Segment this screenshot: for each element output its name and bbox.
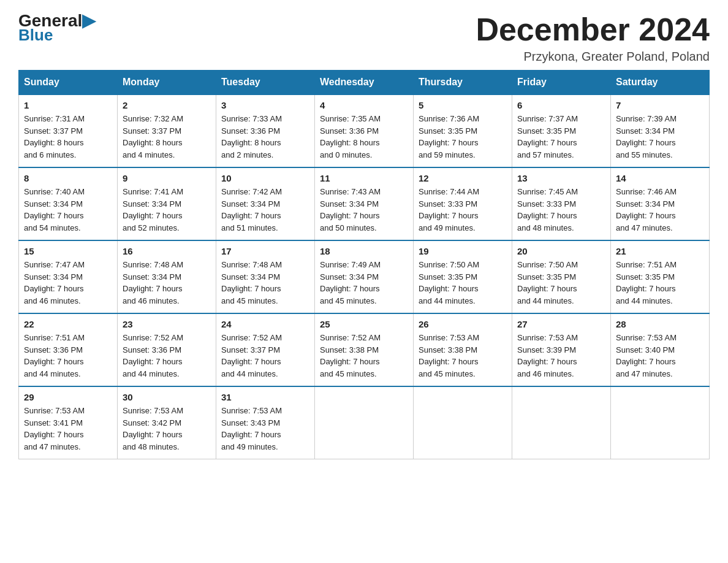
day-info: Sunrise: 7:45 AMSunset: 3:33 PMDaylight:… (517, 186, 605, 234)
day-info: Sunrise: 7:43 AMSunset: 3:34 PMDaylight:… (320, 186, 408, 234)
header-sunday: Sunday (19, 71, 118, 95)
header-wednesday: Wednesday (315, 71, 414, 95)
calendar-cell: 14Sunrise: 7:46 AMSunset: 3:34 PMDayligh… (611, 167, 710, 240)
day-number: 10 (221, 173, 309, 183)
calendar-cell: 25Sunrise: 7:52 AMSunset: 3:38 PMDayligh… (315, 313, 414, 386)
calendar-week-row: 8Sunrise: 7:40 AMSunset: 3:34 PMDaylight… (19, 167, 710, 240)
calendar-cell: 9Sunrise: 7:41 AMSunset: 3:34 PMDaylight… (118, 167, 216, 240)
day-info: Sunrise: 7:32 AMSunset: 3:37 PMDaylight:… (123, 113, 211, 161)
day-number: 6 (517, 100, 605, 110)
calendar-week-row: 22Sunrise: 7:51 AMSunset: 3:36 PMDayligh… (19, 313, 710, 386)
day-info: Sunrise: 7:52 AMSunset: 3:37 PMDaylight:… (221, 332, 309, 380)
logo: General▶ Blue (18, 12, 96, 43)
day-info: Sunrise: 7:33 AMSunset: 3:36 PMDaylight:… (221, 113, 309, 161)
day-number: 14 (616, 173, 704, 183)
day-info: Sunrise: 7:44 AMSunset: 3:33 PMDaylight:… (419, 186, 507, 234)
day-number: 26 (419, 319, 507, 329)
calendar-cell: 11Sunrise: 7:43 AMSunset: 3:34 PMDayligh… (315, 167, 414, 240)
day-number: 3 (221, 100, 309, 110)
day-info: Sunrise: 7:37 AMSunset: 3:35 PMDaylight:… (517, 113, 605, 161)
day-number: 24 (221, 319, 309, 329)
calendar-cell: 2Sunrise: 7:32 AMSunset: 3:37 PMDaylight… (118, 94, 216, 167)
calendar-cell: 23Sunrise: 7:52 AMSunset: 3:36 PMDayligh… (118, 313, 216, 386)
day-info: Sunrise: 7:46 AMSunset: 3:34 PMDaylight:… (616, 186, 704, 234)
day-info: Sunrise: 7:48 AMSunset: 3:34 PMDaylight:… (221, 259, 309, 307)
day-number: 21 (616, 246, 704, 256)
calendar-cell: 27Sunrise: 7:53 AMSunset: 3:39 PMDayligh… (512, 313, 611, 386)
calendar-cell: 5Sunrise: 7:36 AMSunset: 3:35 PMDaylight… (414, 94, 512, 167)
calendar-cell: 3Sunrise: 7:33 AMSunset: 3:36 PMDaylight… (216, 94, 315, 167)
day-number: 23 (123, 319, 211, 329)
logo-blue-text: Blue (18, 27, 53, 43)
day-info: Sunrise: 7:41 AMSunset: 3:34 PMDaylight:… (123, 186, 211, 234)
header-saturday: Saturday (611, 71, 710, 95)
weekday-header-row: Sunday Monday Tuesday Wednesday Thursday… (19, 71, 710, 95)
day-number: 1 (24, 100, 112, 110)
day-info: Sunrise: 7:53 AMSunset: 3:43 PMDaylight:… (221, 405, 309, 453)
calendar-week-row: 1Sunrise: 7:31 AMSunset: 3:37 PMDaylight… (19, 94, 710, 167)
calendar-cell: 8Sunrise: 7:40 AMSunset: 3:34 PMDaylight… (19, 167, 118, 240)
day-number: 17 (221, 246, 309, 256)
calendar-cell: 15Sunrise: 7:47 AMSunset: 3:34 PMDayligh… (19, 240, 118, 313)
calendar-cell (414, 386, 512, 459)
day-number: 27 (517, 319, 605, 329)
day-number: 19 (419, 246, 507, 256)
calendar-cell: 17Sunrise: 7:48 AMSunset: 3:34 PMDayligh… (216, 240, 315, 313)
day-info: Sunrise: 7:53 AMSunset: 3:41 PMDaylight:… (24, 405, 112, 453)
day-info: Sunrise: 7:39 AMSunset: 3:34 PMDaylight:… (616, 113, 704, 161)
day-number: 13 (517, 173, 605, 183)
calendar-week-row: 15Sunrise: 7:47 AMSunset: 3:34 PMDayligh… (19, 240, 710, 313)
day-number: 9 (123, 173, 211, 183)
calendar-cell: 6Sunrise: 7:37 AMSunset: 3:35 PMDaylight… (512, 94, 611, 167)
calendar-cell: 21Sunrise: 7:51 AMSunset: 3:35 PMDayligh… (611, 240, 710, 313)
day-info: Sunrise: 7:50 AMSunset: 3:35 PMDaylight:… (517, 259, 605, 307)
calendar-cell: 13Sunrise: 7:45 AMSunset: 3:33 PMDayligh… (512, 167, 611, 240)
calendar-cell (611, 386, 710, 459)
day-number: 28 (616, 319, 704, 329)
calendar-table: Sunday Monday Tuesday Wednesday Thursday… (18, 70, 710, 459)
calendar-cell: 19Sunrise: 7:50 AMSunset: 3:35 PMDayligh… (414, 240, 512, 313)
calendar-cell: 18Sunrise: 7:49 AMSunset: 3:34 PMDayligh… (315, 240, 414, 313)
calendar-title: December 2024 (476, 12, 710, 47)
day-number: 30 (123, 392, 211, 402)
calendar-cell: 16Sunrise: 7:48 AMSunset: 3:34 PMDayligh… (118, 240, 216, 313)
header-tuesday: Tuesday (216, 71, 315, 95)
calendar-cell: 22Sunrise: 7:51 AMSunset: 3:36 PMDayligh… (19, 313, 118, 386)
calendar-cell (315, 386, 414, 459)
day-number: 11 (320, 173, 408, 183)
calendar-cell: 31Sunrise: 7:53 AMSunset: 3:43 PMDayligh… (216, 386, 315, 459)
calendar-cell: 20Sunrise: 7:50 AMSunset: 3:35 PMDayligh… (512, 240, 611, 313)
page-header: General▶ Blue December 2024 Przykona, Gr… (18, 12, 710, 64)
calendar-cell: 10Sunrise: 7:42 AMSunset: 3:34 PMDayligh… (216, 167, 315, 240)
day-number: 22 (24, 319, 112, 329)
title-block: December 2024 Przykona, Greater Poland, … (476, 12, 710, 64)
calendar-cell: 26Sunrise: 7:53 AMSunset: 3:38 PMDayligh… (414, 313, 512, 386)
day-number: 4 (320, 100, 408, 110)
day-number: 5 (419, 100, 507, 110)
day-info: Sunrise: 7:53 AMSunset: 3:38 PMDaylight:… (419, 332, 507, 380)
day-info: Sunrise: 7:52 AMSunset: 3:36 PMDaylight:… (123, 332, 211, 380)
day-info: Sunrise: 7:48 AMSunset: 3:34 PMDaylight:… (123, 259, 211, 307)
logo-triangle-icon: ▶ (82, 11, 96, 30)
day-number: 7 (616, 100, 704, 110)
day-number: 18 (320, 246, 408, 256)
day-number: 16 (123, 246, 211, 256)
day-number: 15 (24, 246, 112, 256)
day-number: 29 (24, 392, 112, 402)
header-friday: Friday (512, 71, 611, 95)
calendar-cell: 24Sunrise: 7:52 AMSunset: 3:37 PMDayligh… (216, 313, 315, 386)
calendar-week-row: 29Sunrise: 7:53 AMSunset: 3:41 PMDayligh… (19, 386, 710, 459)
day-number: 31 (221, 392, 309, 402)
calendar-cell: 29Sunrise: 7:53 AMSunset: 3:41 PMDayligh… (19, 386, 118, 459)
day-info: Sunrise: 7:53 AMSunset: 3:42 PMDaylight:… (123, 405, 211, 453)
header-monday: Monday (118, 71, 216, 95)
calendar-subtitle: Przykona, Greater Poland, Poland (476, 50, 710, 64)
calendar-cell: 12Sunrise: 7:44 AMSunset: 3:33 PMDayligh… (414, 167, 512, 240)
day-number: 20 (517, 246, 605, 256)
calendar-cell: 30Sunrise: 7:53 AMSunset: 3:42 PMDayligh… (118, 386, 216, 459)
day-info: Sunrise: 7:36 AMSunset: 3:35 PMDaylight:… (419, 113, 507, 161)
day-number: 12 (419, 173, 507, 183)
day-info: Sunrise: 7:49 AMSunset: 3:34 PMDaylight:… (320, 259, 408, 307)
day-info: Sunrise: 7:42 AMSunset: 3:34 PMDaylight:… (221, 186, 309, 234)
day-number: 25 (320, 319, 408, 329)
